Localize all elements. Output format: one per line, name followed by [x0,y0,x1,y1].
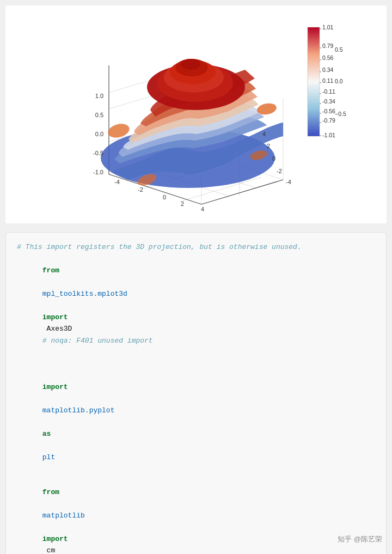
svg-point-26 [181,59,200,70]
svg-text:-0.56: -0.56 [322,108,335,114]
svg-text:1.0: 1.0 [95,93,103,99]
code-line-import-plt: import matplotlib.pyplot as plt [17,370,375,475]
svg-text:0.0: 0.0 [95,131,103,137]
svg-text:0.34: 0.34 [322,66,334,73]
svg-text:4: 4 [262,131,266,137]
comment-noqa: # noqa: F401 unused import [42,337,153,345]
watermark: 知乎 @陈艺荣 [338,534,382,544]
svg-text:-0.11: -0.11 [322,88,335,95]
code-line-from-cm: from matplotlib import cm [17,475,375,554]
code-block: # This import registers the 3D projectio… [5,232,387,554]
svg-text:2: 2 [267,143,270,149]
keyword-import: import [42,313,68,321]
svg-text:0.0: 0.0 [335,78,343,84]
code-line-2: from mpl_toolkits.mplot3d import Axes3D … [17,253,375,358]
svg-text:-4: -4 [286,179,291,185]
svg-text:0.5: 0.5 [335,46,343,53]
svg-text:0.11: 0.11 [322,77,334,84]
plot-area: -4 -2 0 2 4 -4 -2 0 2 4 -1.0 -0.5 0.0 0.… [5,5,387,223]
svg-text:-4: -4 [114,179,120,185]
svg-text:4: 4 [201,206,204,212]
svg-text:0.79: 0.79 [322,42,334,49]
svg-text:0: 0 [272,155,275,162]
svg-text:-2: -2 [138,186,143,193]
svg-text:1.01: 1.01 [322,24,334,31]
svg-text:-0.34: -0.34 [322,98,335,105]
svg-text:0.56: 0.56 [322,54,334,61]
svg-rect-46 [308,27,320,136]
module-mpl: mpl_toolkits.mplot3d [42,290,127,298]
svg-text:-2: -2 [277,168,282,174]
page-container: -4 -2 0 2 4 -4 -2 0 2 4 -1.0 -0.5 0.0 0.… [0,0,392,554]
svg-text:0: 0 [163,194,166,200]
svg-text:2: 2 [181,200,184,207]
svg-text:-1.01: -1.01 [322,132,335,138]
svg-text:-0.5: -0.5 [93,150,103,156]
plot-svg: -4 -2 0 2 4 -4 -2 0 2 4 -1.0 -0.5 0.0 0.… [38,11,354,218]
svg-text:−0.5: −0.5 [335,111,346,117]
code-line-1: # This import registers the 3D projectio… [17,241,375,253]
svg-text:-0.79: -0.79 [322,117,335,124]
svg-text:0.5: 0.5 [95,112,103,118]
svg-text:-1.0: -1.0 [93,169,103,175]
watermark-text: 知乎 @陈艺荣 [338,534,382,544]
keyword-from: from [42,266,59,275]
code-line-empty-1 [17,358,375,369]
